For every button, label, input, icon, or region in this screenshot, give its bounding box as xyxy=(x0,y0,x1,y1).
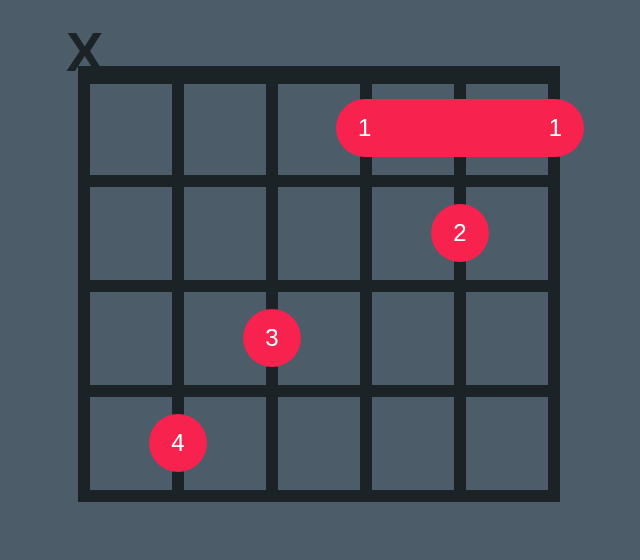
finger-label: 2 xyxy=(453,219,466,247)
barre-finger-label-right: 1 xyxy=(549,114,562,142)
finger-label: 4 xyxy=(171,429,184,457)
finger-dot-3: 3 xyxy=(243,309,301,367)
nut xyxy=(78,66,560,84)
fret-line xyxy=(78,175,560,187)
fret-line xyxy=(78,385,560,397)
finger-label: 3 xyxy=(265,324,278,352)
barre-finger-1: 1 1 xyxy=(336,99,584,157)
chord-diagram: X 1 1 2 3 4 xyxy=(84,76,554,496)
finger-dot-4: 4 xyxy=(149,414,207,472)
fret-line xyxy=(78,490,560,502)
barre-finger-label-left: 1 xyxy=(358,114,371,142)
finger-dot-2: 2 xyxy=(431,204,489,262)
fret-line xyxy=(78,280,560,292)
